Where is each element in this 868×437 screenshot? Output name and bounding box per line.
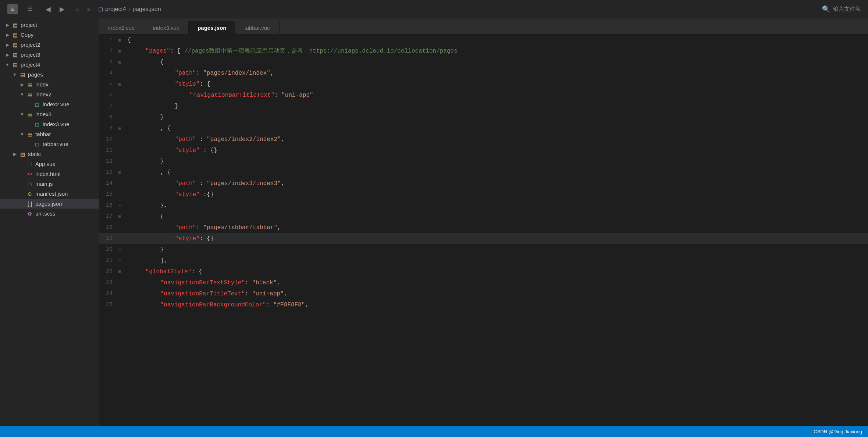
sidebar-label-static: static xyxy=(28,151,41,157)
sidebar-item-index3[interactable]: ▼ ▤ index3 xyxy=(0,109,99,119)
sidebar-item-pagesjson[interactable]: [ ] pages.json xyxy=(0,199,99,209)
line-num-21: 21 xyxy=(99,255,118,266)
line-content-13: , { xyxy=(126,167,868,178)
json-icon-manifest: ⊙ xyxy=(26,191,34,197)
line-content-3: { xyxy=(126,57,868,68)
line-num-5: 5 xyxy=(99,79,118,90)
tab-index3vue[interactable]: index3.vue xyxy=(144,21,189,34)
line-content-6: "navigationBarTitleText": "uni-app" xyxy=(126,90,868,101)
arrow-tabbar: ▼ xyxy=(18,132,26,137)
editor-area: index2.vue index3.vue pages.json tabbar.… xyxy=(99,18,868,426)
sidebar-item-tabbar[interactable]: ▼ ▤ tabbar xyxy=(0,129,99,139)
vue-icon-index2: ◻ xyxy=(33,102,41,107)
sidebar-item-project4[interactable]: ▼ ▤ project4 xyxy=(0,60,99,70)
sidebar-item-index3vue[interactable]: ◻ index3.vue xyxy=(0,119,99,129)
fold-1[interactable]: ▣ xyxy=(118,35,126,46)
sidebar-item-project3[interactable]: ▶ ▤ project3 xyxy=(0,50,99,60)
code-editor[interactable]: 1 ▣ { 2 ▣ "pages": [ //pages数组中第一项表示应用启动… xyxy=(99,35,868,426)
sidebar-item-static[interactable]: ▶ ▤ static xyxy=(0,149,99,159)
fold-16: – xyxy=(118,200,126,211)
folder-icon-index3: ▤ xyxy=(26,111,34,117)
sidebar-item-index2[interactable]: ▼ ▤ index2 xyxy=(0,89,99,99)
line-num-24: 24 xyxy=(99,288,118,299)
fold-19 xyxy=(118,233,126,244)
sidebar-label-pagesjson: pages.json xyxy=(35,200,62,207)
tab-label-tabbarvue: tabbar.vue xyxy=(244,25,270,31)
fold-5[interactable]: ▣ xyxy=(118,79,126,90)
line-num-12: 12 xyxy=(99,156,118,167)
sidebar-item-project2[interactable]: ▶ ▤ project2 xyxy=(0,40,99,50)
code-line-24: 24 "navigationBarTitleText": "uni-app", xyxy=(99,288,868,299)
sidebar-label-copy: Copy xyxy=(21,32,33,38)
fold-10 xyxy=(118,134,126,145)
fold-22[interactable]: ▣ xyxy=(118,266,126,277)
line-content-16: }, xyxy=(126,200,868,211)
code-line-12: 12 – } xyxy=(99,156,868,167)
code-line-25: 25 "navigationBarBackgroundColor": "#F8F… xyxy=(99,299,868,310)
sidebar-item-copy[interactable]: ▶ ▤ Copy xyxy=(0,30,99,40)
js-icon-main: ◻ xyxy=(26,181,34,187)
fold-2[interactable]: ▣ xyxy=(118,46,126,57)
sidebar-item-index2vue[interactable]: ◻ index2.vue xyxy=(0,99,99,109)
code-line-19: 19 "style": {} xyxy=(99,233,868,244)
line-content-15: "style" :{} xyxy=(126,189,868,200)
tab-tabbarvue[interactable]: tabbar.vue xyxy=(235,21,279,34)
fold-20: – xyxy=(118,244,126,255)
sidebar-label-project3: project3 xyxy=(21,51,40,58)
sidebar-item-uniscss[interactable]: ✿ uni.scss xyxy=(0,209,99,218)
fold-13[interactable]: ▣ xyxy=(118,167,126,178)
sidebar-item-project[interactable]: ▶ ▤ project xyxy=(0,20,99,30)
folder-icon-copy: ▤ xyxy=(11,32,19,38)
fold-3[interactable]: ▣ xyxy=(118,57,126,68)
line-num-11: 11 xyxy=(99,145,118,156)
sidebar-label-index2: index2 xyxy=(35,91,51,97)
line-content-1: { xyxy=(126,35,868,46)
code-line-14: 14 "path" : "pages/index3/index3", xyxy=(99,178,868,189)
sidebar-item-manifestjson[interactable]: ⊙ manifest.json xyxy=(0,189,99,199)
sidebar-item-index[interactable]: ▶ ▤ index xyxy=(0,79,99,89)
line-content-12: } xyxy=(126,156,868,167)
sidebar-label-index3: index3 xyxy=(35,111,51,117)
sidebar-item-tabbarvue[interactable]: ◻ tabbar.vue xyxy=(0,139,99,149)
scss-icon-uni: ✿ xyxy=(26,211,34,217)
star-icon[interactable]: ☆ xyxy=(75,4,79,14)
sidebar-label-index3vue: index3.vue xyxy=(43,121,70,127)
tabbar: index2.vue index3.vue pages.json tabbar.… xyxy=(99,18,868,35)
line-num-13: 13 xyxy=(99,167,118,178)
back-button[interactable]: ◀ xyxy=(43,4,54,15)
fold-24 xyxy=(118,288,126,299)
breadcrumb-sep1: › xyxy=(128,6,130,13)
sidebar: ▶ ▤ project ▶ ▤ Copy ▶ ▤ project2 ▶ ▤ pr… xyxy=(0,18,99,426)
line-num-20: 20 xyxy=(99,244,118,255)
titlebar: ⊞ ☰ ◀ ▶ ☆ ▷ ◻ project4 › pages.json 🔍 输入… xyxy=(0,0,868,18)
fold-25 xyxy=(118,299,126,310)
sidebar-item-pages[interactable]: ▼ ▤ pages xyxy=(0,70,99,79)
search-bar[interactable]: 🔍 输入文件名 xyxy=(822,5,861,13)
tab-pagesjson[interactable]: pages.json xyxy=(189,21,235,34)
code-line-6: 6 "navigationBarTitleText": "uni-app" xyxy=(99,90,868,101)
code-line-17: 17 ▣ { xyxy=(99,211,868,222)
sidebar-item-appvue[interactable]: ◻ App.vue xyxy=(0,159,99,169)
line-num-1: 1 xyxy=(99,35,118,46)
tab-label-index2vue: index2.vue xyxy=(108,25,135,31)
forward-button[interactable]: ▶ xyxy=(57,4,68,15)
line-num-3: 3 xyxy=(99,57,118,68)
sidebar-item-mainjs[interactable]: ◻ main.js xyxy=(0,179,99,189)
sidebar-toggle-icon[interactable]: ☰ xyxy=(25,4,35,14)
play-icon[interactable]: ▷ xyxy=(87,5,91,13)
main-layout: ▶ ▤ project ▶ ▤ Copy ▶ ▤ project2 ▶ ▤ pr… xyxy=(0,18,868,426)
sidebar-item-indexhtml[interactable]: <> index.html xyxy=(0,169,99,179)
fold-9[interactable]: ▣ xyxy=(118,123,126,134)
line-num-19: 19 xyxy=(99,233,118,244)
sidebar-label-appvue: App.vue xyxy=(35,161,56,167)
vue-icon-app: ◻ xyxy=(26,161,34,167)
code-line-3: 3 ▣ { xyxy=(99,57,868,68)
breadcrumb-file: pages.json xyxy=(132,6,161,13)
line-content-19: "style": {} xyxy=(126,233,868,244)
arrow-project3: ▶ xyxy=(4,52,11,57)
sidebar-label-pages: pages xyxy=(28,71,43,78)
folder-icon-project: ▤ xyxy=(11,22,19,28)
fold-17[interactable]: ▣ xyxy=(118,211,126,222)
tab-index2vue[interactable]: index2.vue xyxy=(99,21,144,34)
code-area: 1 ▣ { 2 ▣ "pages": [ //pages数组中第一项表示应用启动… xyxy=(99,35,868,426)
